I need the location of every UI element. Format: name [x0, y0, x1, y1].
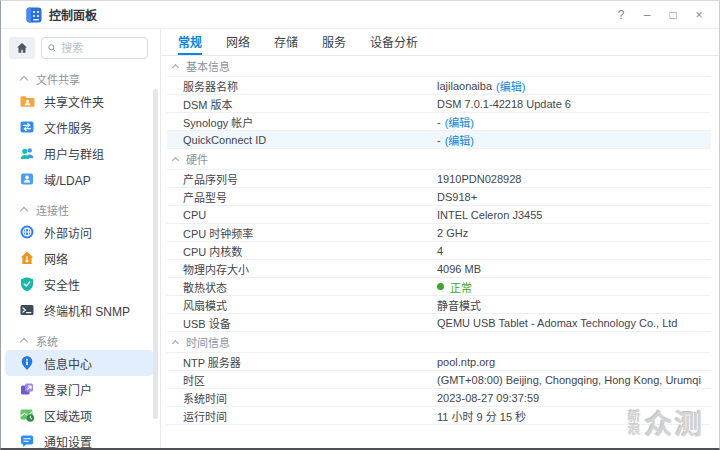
sidebar-item-security[interactable]: 安全性	[5, 271, 154, 297]
sidebar-item-notification-settings[interactable]: 通知设置	[5, 428, 154, 450]
tab-storage[interactable]: 存储	[274, 29, 298, 55]
home-button[interactable]	[9, 37, 35, 59]
row-cpu-clock: CPU 时钟频率 2 GHz	[167, 224, 711, 242]
row-value-text: DS918+	[437, 191, 477, 203]
sidebar-item-label: 文件服务	[44, 119, 92, 136]
row-server-name: 服务器名称 lajilaonaiba (编辑)	[167, 77, 711, 95]
row-value-text: pool.ntp.org	[437, 356, 495, 368]
row-label: CPU 内核数	[167, 243, 437, 259]
sidebar-top	[1, 35, 160, 61]
row-label: Synology 帐户	[167, 114, 437, 130]
window-controls: ? – □ ×	[615, 9, 705, 21]
search-input[interactable]	[61, 42, 142, 54]
sidebar-item-user-group[interactable]: 用户与群组	[5, 140, 154, 166]
row-label: QuickConnect ID	[167, 134, 437, 146]
sidebar-section-system[interactable]: 系统	[1, 332, 160, 350]
security-shield-icon	[19, 276, 35, 292]
section-basic-info[interactable]: 基本信息	[167, 56, 711, 77]
titlebar: 控制面板 ? – □ ×	[1, 1, 719, 29]
watermark-suffix: 众测	[645, 403, 705, 442]
help-button[interactable]: ?	[615, 9, 627, 21]
row-value-text: 2 GHz	[437, 227, 468, 239]
sidebar-item-shared-folder[interactable]: 共享文件夹	[5, 88, 154, 114]
file-services-icon	[19, 119, 35, 135]
regional-options-icon	[19, 407, 35, 423]
sidebar-item-label: 登录门户	[44, 381, 92, 398]
sidebar-section-file-sharing[interactable]: 文件共享	[1, 70, 160, 88]
status-text: 正常	[450, 279, 472, 295]
control-panel-app-icon	[26, 7, 42, 23]
chevron-up-icon	[20, 207, 28, 215]
maximize-button[interactable]: □	[667, 9, 679, 21]
row-value-text: 1910PDN028928	[437, 173, 521, 185]
sidebar-item-external-access[interactable]: 外部访问	[5, 219, 154, 245]
row-value: 2023-08-27 09:37:59	[437, 392, 711, 404]
sidebar-item-label: 共享文件夹	[44, 93, 104, 110]
section-hardware[interactable]: 硬件	[167, 149, 711, 170]
row-timezone: 时区 (GMT+08:00) Beijing, Chongqing, Hong …	[167, 371, 711, 389]
row-synology-account: Synology 帐户 - (编辑)	[167, 113, 711, 131]
row-fan-mode: 风扇模式 静音模式	[167, 296, 711, 314]
window-title: 控制面板	[49, 6, 97, 23]
notification-icon	[19, 433, 35, 449]
row-thermal-status: 散热状态 正常	[167, 278, 711, 296]
row-value: QEMU USB Tablet - Adomax Technology Co.,…	[437, 317, 711, 329]
main-panel: 常规 网络 存储 服务 设备分析 基本信息 服务器名称 lajilaonaiba…	[161, 29, 719, 448]
section-time-info[interactable]: 时间信息	[167, 332, 711, 353]
row-value: pool.ntp.org	[437, 356, 711, 368]
tab-general[interactable]: 常规	[178, 29, 202, 55]
sidebar-scrollbar[interactable]	[153, 89, 158, 419]
tab-device-analytics[interactable]: 设备分析	[370, 29, 418, 55]
sidebar-item-label: 外部访问	[44, 224, 92, 241]
login-portal-icon	[19, 381, 35, 397]
sidebar-item-network[interactable]: 网络	[5, 245, 154, 271]
sidebar: 文件共享 共享文件夹 文件服务	[1, 29, 161, 448]
chevron-up-icon	[172, 156, 179, 163]
row-label: 散热状态	[167, 279, 437, 295]
row-value-text: DSM 7.0.1-42218 Update 6	[437, 98, 571, 110]
row-label: CPU	[167, 209, 437, 221]
sidebar-item-login-portal[interactable]: 登录门户	[5, 376, 154, 402]
row-cpu-cores: CPU 内核数 4	[167, 242, 711, 260]
tab-network[interactable]: 网络	[226, 29, 250, 55]
row-value-text: QEMU USB Tablet - Adomax Technology Co.,…	[437, 317, 678, 329]
row-label: 运行时间	[167, 408, 437, 424]
search-icon	[47, 42, 57, 54]
network-icon	[19, 250, 35, 266]
row-value-text: (GMT+08:00) Beijing, Chongqing, Hong Kon…	[437, 374, 701, 386]
watermark-brand: 新浪	[625, 410, 642, 436]
minimize-button[interactable]: –	[641, 9, 653, 21]
shared-folder-icon	[19, 93, 35, 109]
row-value-text: -	[437, 116, 441, 128]
sidebar-item-label: 区域选项	[44, 407, 92, 424]
external-access-icon	[19, 224, 35, 240]
row-label: USB 设备	[167, 315, 437, 331]
row-serial-number: 产品序列号 1910PDN028928	[167, 170, 711, 188]
sidebar-item-terminal-snmp[interactable]: 终端机和 SNMP	[5, 297, 154, 323]
row-ntp-server: NTP 服务器 pool.ntp.org	[167, 353, 711, 371]
tab-services[interactable]: 服务	[322, 29, 346, 55]
row-value-text: 11 小时 9 分 15 秒	[437, 408, 526, 424]
sidebar-item-info-center[interactable]: 信息中心	[5, 350, 154, 376]
terminal-icon	[19, 302, 35, 318]
row-label: 时区	[167, 372, 437, 388]
sidebar-item-label: 终端机和 SNMP	[44, 302, 130, 319]
row-value: 正常	[437, 279, 711, 295]
edit-link[interactable]: (编辑)	[445, 114, 474, 130]
sidebar-item-label: 用户与群组	[44, 145, 104, 162]
sidebar-item-regional-options[interactable]: 区域选项	[5, 402, 154, 428]
row-label: CPU 时钟频率	[167, 225, 437, 241]
close-button[interactable]: ×	[693, 9, 705, 21]
section-label: 连接性	[36, 202, 69, 218]
edit-link[interactable]: (编辑)	[496, 78, 525, 94]
row-value-text: INTEL Celeron J3455	[437, 209, 542, 221]
sidebar-section-connectivity[interactable]: 连接性	[1, 201, 160, 219]
section-title: 硬件	[186, 151, 208, 167]
row-value: - (编辑)	[437, 132, 711, 148]
sidebar-item-file-services[interactable]: 文件服务	[5, 114, 154, 140]
sidebar-item-domain-ldap[interactable]: 域/LDAP	[5, 166, 154, 192]
edit-link[interactable]: (编辑)	[445, 132, 474, 148]
row-model: 产品型号 DS918+	[167, 188, 711, 206]
row-value-text: -	[437, 134, 441, 146]
row-dsm-version: DSM 版本 DSM 7.0.1-42218 Update 6	[167, 95, 711, 113]
